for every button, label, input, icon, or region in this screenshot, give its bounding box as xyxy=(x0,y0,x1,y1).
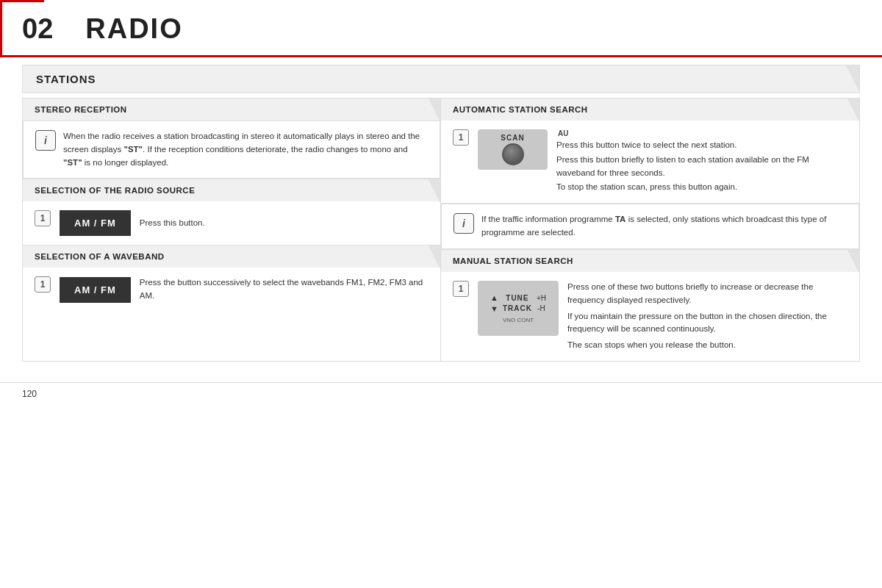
manual-search-step-num: 1 xyxy=(453,281,469,297)
auto-search-section: AUTOMATIC STATION SEARCH 1 SCAN xyxy=(441,98,859,204)
page-header: 02 RADIO xyxy=(0,0,882,57)
manual-search-section: MANUAL STATION SEARCH 1 ▲ ▼ xyxy=(441,250,859,361)
radio-source-header: SELECTION OF THE RADIO SOURCE xyxy=(23,179,440,201)
auto-search-text-1: Press this button twice to select the ne… xyxy=(556,139,847,152)
auto-search-text-3: To stop the station scan, press this but… xyxy=(556,181,847,194)
vno-cont-label: VNO CONT xyxy=(503,317,534,323)
radio-source-step-content: AM / FM Press this button. xyxy=(60,210,429,236)
minus-symbol: -H xyxy=(537,304,545,312)
radio-source-section: SELECTION OF THE RADIO SOURCE 1 AM / FM … xyxy=(23,179,440,245)
radio-source-step-num: 1 xyxy=(35,210,51,226)
waveband-section: SELECTION OF A WAVEBAND 1 AM / FM Press … xyxy=(23,245,440,312)
tune-track-label: TUNE TRACK xyxy=(503,293,532,314)
scan-button-image: SCAN xyxy=(478,129,548,170)
stereo-reception-header: STEREO RECEPTION xyxy=(23,98,440,121)
auto-search-title: AUTOMATIC STATION SEARCH xyxy=(453,105,588,114)
waveband-step-text: Press the button successively to select … xyxy=(140,276,429,303)
auto-search-step-content: SCAN AU Press this button twice to selec… xyxy=(478,129,847,194)
waveband-header: SELECTION OF A WAVEBAND xyxy=(23,245,440,268)
amfm-button-radio-source: AM / FM xyxy=(60,210,131,236)
waveband-step: 1 AM / FM Press the button successively … xyxy=(23,268,440,312)
scan-knob xyxy=(502,143,524,165)
manual-search-text-3: The scan stops when you release the butt… xyxy=(567,339,847,352)
waveband-step-num: 1 xyxy=(35,276,51,293)
info-icon-stereo: i xyxy=(35,130,56,151)
radio-source-step: 1 AM / FM Press this button. xyxy=(23,201,440,245)
au-label: AU xyxy=(558,129,847,137)
manual-search-step-content: ▲ ▼ TUNE TRACK +H -H xyxy=(478,281,847,352)
amfm-button-waveband: AM / FM xyxy=(60,277,131,303)
right-column: AUTOMATIC STATION SEARCH 1 SCAN xyxy=(441,98,859,361)
manual-search-text-block: Press one of these two buttons briefly t… xyxy=(567,281,847,352)
page-number: 120 xyxy=(22,389,37,399)
manual-search-step: 1 ▲ ▼ TUNE TRACK xyxy=(441,272,859,361)
stations-title: STATIONS xyxy=(36,73,96,85)
page-footer: 120 xyxy=(0,382,882,405)
chapter-title: RADIO xyxy=(71,13,182,45)
auto-search-step-num: 1 xyxy=(453,129,469,146)
stereo-reception-section: STEREO RECEPTION i When the radio receiv… xyxy=(23,98,440,179)
tune-arrows: ▲ ▼ xyxy=(490,293,498,313)
scan-inner: SCAN xyxy=(501,134,524,165)
stereo-info-block: i When the radio receives a station broa… xyxy=(23,121,440,179)
auto-search-text-block: AU Press this button twice to select the… xyxy=(556,129,847,194)
manual-search-text-1: Press one of these two buttons briefly t… xyxy=(567,281,847,307)
tune-label: TUNE xyxy=(503,293,532,304)
track-label: TRACK xyxy=(503,304,532,314)
main-grid: STEREO RECEPTION i When the radio receiv… xyxy=(22,98,860,362)
tune-inner: ▲ ▼ TUNE TRACK +H -H xyxy=(490,293,546,314)
left-column: STEREO RECEPTION i When the radio receiv… xyxy=(23,98,441,361)
auto-search-header: AUTOMATIC STATION SEARCH xyxy=(441,98,859,121)
tune-track-image: ▲ ▼ TUNE TRACK +H -H xyxy=(478,281,559,336)
traffic-info-section: i If the traffic information programme T… xyxy=(441,204,859,250)
radio-source-title: SELECTION OF THE RADIO SOURCE xyxy=(35,186,195,195)
info-icon-traffic: i xyxy=(453,213,474,234)
up-arrow-icon: ▲ xyxy=(490,293,498,302)
stereo-reception-title: STEREO RECEPTION xyxy=(35,105,127,114)
manual-search-title: MANUAL STATION SEARCH xyxy=(453,257,573,265)
radio-source-step-text: Press this button. xyxy=(140,217,205,230)
waveband-step-content: AM / FM Press the button successively to… xyxy=(60,276,429,303)
tune-side-symbols: +H -H xyxy=(537,294,546,312)
content-area: STATIONS STEREO RECEPTION i When the rad… xyxy=(0,57,882,376)
stations-section-header: STATIONS xyxy=(22,65,860,93)
header-decoration xyxy=(0,0,44,55)
stereo-info-text: When the radio receives a station broadc… xyxy=(63,130,428,169)
auto-search-text-2: Press this button briefly to listen to e… xyxy=(556,154,847,180)
manual-search-text-2: If you maintain the pressure on the butt… xyxy=(567,310,847,337)
down-arrow-icon: ▼ xyxy=(490,304,498,313)
traffic-info-block: i If the traffic information programme T… xyxy=(441,204,859,249)
auto-search-step: 1 SCAN AU Press this button twice to sel… xyxy=(441,121,859,203)
waveband-title: SELECTION OF A WAVEBAND xyxy=(35,252,165,261)
manual-search-header: MANUAL STATION SEARCH xyxy=(441,250,859,272)
plus-symbol: +H xyxy=(537,294,546,302)
traffic-info-text: If the traffic information programme TA … xyxy=(481,213,847,240)
scan-label: SCAN xyxy=(501,134,524,142)
